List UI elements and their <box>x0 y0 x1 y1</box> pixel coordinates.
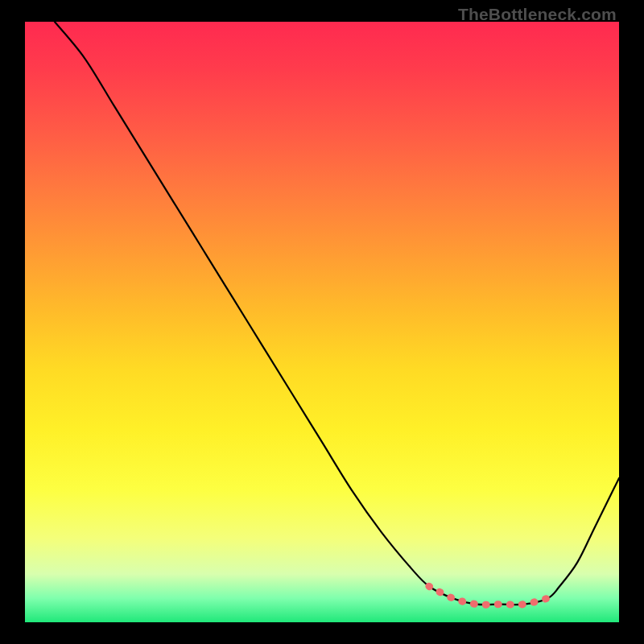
chart-area <box>25 22 619 622</box>
bottleneck-curve <box>55 22 619 605</box>
chart-svg <box>25 22 619 622</box>
watermark-text: TheBottleneck.com <box>458 5 617 24</box>
